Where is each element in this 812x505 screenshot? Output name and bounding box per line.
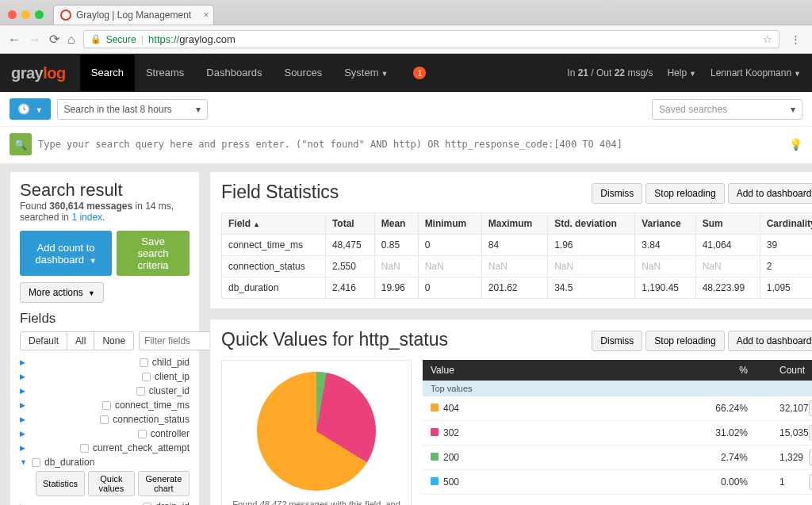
nav-dashboards[interactable]: Dashboards: [195, 55, 273, 92]
index-link[interactable]: 1 index: [71, 212, 102, 223]
nav-sources[interactable]: Sources: [273, 55, 333, 92]
maximize-window-icon[interactable]: [35, 10, 44, 19]
search-submit-button[interactable]: 🔍: [10, 133, 32, 155]
help-menu[interactable]: Help▼: [667, 67, 696, 78]
fields-tab-default[interactable]: Default: [20, 331, 67, 350]
url-field[interactable]: 🔒 Secure | https://graylog.com ☆: [83, 30, 779, 48]
field-generatechart-button[interactable]: Generate chart: [138, 471, 190, 496]
search-result-title: Search result: [20, 180, 190, 201]
dismiss-button[interactable]: Dismiss: [592, 331, 642, 351]
field-item: db_duration: [20, 455, 190, 469]
zoom-icon[interactable]: 🔍: [809, 425, 812, 441]
col-var[interactable]: Variance: [635, 213, 695, 235]
col-std[interactable]: Std. deviation: [548, 213, 635, 235]
fields-filter-input[interactable]: [139, 331, 218, 350]
field-checkbox[interactable]: [32, 458, 40, 467]
sidebar: Search result Found 360,614 messages in …: [10, 171, 200, 505]
browser-tab[interactable]: Graylog | Log Management ×: [53, 5, 214, 25]
nav-search[interactable]: Search: [80, 55, 135, 92]
tab-title: Graylog | Log Management: [76, 10, 191, 21]
time-range-select[interactable]: Search in the last 8 hours▾: [57, 99, 208, 120]
field-item: client_ip: [20, 369, 190, 384]
col-min[interactable]: Minimum: [418, 213, 481, 235]
browser-menu-icon[interactable]: ⋮: [787, 33, 804, 45]
field-checkbox[interactable]: [136, 387, 145, 396]
back-button[interactable]: ←: [8, 33, 21, 47]
reload-button[interactable]: ⟳: [49, 32, 59, 47]
field-checkbox[interactable]: [100, 415, 109, 424]
user-menu[interactable]: Lennart Koopmann▼: [710, 67, 801, 78]
collapse-icon[interactable]: [20, 458, 28, 466]
window-controls: [8, 10, 44, 19]
field-checkbox[interactable]: [142, 373, 151, 381]
col-max[interactable]: Maximum: [481, 213, 547, 235]
add-to-dashboard-button[interactable]: Add to dashboard ▼: [728, 183, 812, 204]
expand-icon[interactable]: [20, 373, 138, 381]
brand-logo[interactable]: graylog: [11, 64, 66, 82]
col-mean[interactable]: Mean: [374, 213, 418, 235]
zoom-icon[interactable]: 🔍: [809, 450, 812, 465]
field-checkbox[interactable]: [102, 401, 111, 410]
field-checkbox[interactable]: [140, 358, 148, 367]
field-statistics-title: Field Statistics: [221, 182, 339, 203]
fields-tab-none[interactable]: None: [94, 331, 134, 350]
col-count[interactable]: Count: [748, 365, 812, 376]
time-range-type-button[interactable]: 🕓 ▼: [10, 98, 51, 120]
field-checkbox[interactable]: [138, 430, 147, 438]
add-to-dashboard-button[interactable]: Add to dashboard ▼: [728, 331, 812, 351]
zoom-icon[interactable]: 🔍: [809, 474, 812, 490]
field-checkbox[interactable]: [143, 503, 151, 506]
qv-row: 40466.24%32,107🔍: [423, 396, 812, 421]
legend-swatch-icon: [431, 428, 439, 436]
hint-icon[interactable]: 💡: [789, 138, 802, 151]
zoom-icon[interactable]: 🔍: [809, 400, 812, 416]
close-tab-icon[interactable]: ×: [203, 10, 209, 21]
col-card[interactable]: Cardinality: [760, 213, 812, 235]
home-button[interactable]: ⌂: [67, 33, 75, 47]
close-window-icon[interactable]: [8, 10, 17, 19]
top-values-label: Top values: [423, 381, 812, 396]
search-query-input[interactable]: [38, 139, 783, 150]
field-quickvalues-button[interactable]: Quick values: [88, 471, 135, 496]
saved-searches-select[interactable]: Saved searches▾: [652, 99, 802, 120]
expand-icon[interactable]: [20, 444, 76, 452]
nav-notifications[interactable]: 1: [399, 55, 437, 92]
col-field[interactable]: Field▲: [222, 213, 326, 235]
dismiss-button[interactable]: Dismiss: [592, 183, 642, 204]
nav-system[interactable]: System▼: [333, 55, 399, 92]
col-total[interactable]: Total: [325, 213, 374, 235]
field-checkbox[interactable]: [80, 444, 89, 453]
table-row: db_duration2,41619.960201.6234.51,190.45…: [222, 277, 813, 299]
field-statistics-button[interactable]: Statistics: [36, 471, 85, 496]
col-sum[interactable]: Sum: [695, 213, 760, 235]
expand-icon[interactable]: [20, 430, 134, 438]
forward-button[interactable]: →: [29, 33, 41, 47]
stop-reloading-button[interactable]: Stop reloading: [645, 183, 724, 204]
expand-icon[interactable]: [20, 415, 96, 423]
legend-swatch-icon: [431, 404, 439, 411]
field-item: controller: [20, 427, 190, 441]
more-actions-button[interactable]: More actions ▼: [20, 282, 104, 303]
expand-icon[interactable]: [20, 387, 132, 395]
fields-tab-all[interactable]: All: [67, 331, 94, 350]
nav-streams[interactable]: Streams: [135, 55, 195, 92]
add-count-dashboard-button[interactable]: Add count to dashboard ▼: [20, 231, 112, 276]
legend-swatch-icon: [431, 477, 439, 485]
expand-icon[interactable]: [20, 358, 136, 366]
quick-values-table: Value % Count Top values 40466.24%32,107…: [423, 360, 812, 505]
qv-row: 30231.02%15,035🔍: [423, 421, 812, 446]
save-search-button[interactable]: Save search criteria: [117, 231, 190, 276]
bookmark-icon[interactable]: ☆: [763, 33, 772, 45]
field-statistics-panel: Field Statistics Dismiss Stop reloading …: [209, 171, 812, 309]
minimize-window-icon[interactable]: [21, 10, 30, 19]
col-percent[interactable]: %: [653, 365, 748, 376]
legend-swatch-icon: [431, 453, 439, 461]
favicon-icon: [60, 10, 71, 21]
expand-icon[interactable]: [20, 401, 98, 409]
stop-reloading-button[interactable]: Stop reloading: [645, 331, 724, 351]
field-item: connect_time_ms: [20, 398, 190, 412]
address-bar: ← → ⟳ ⌂ 🔒 Secure | https://graylog.com ☆…: [0, 25, 812, 53]
qv-row: 5000.00%1🔍: [423, 470, 812, 495]
col-value[interactable]: Value: [431, 365, 653, 376]
field-item: cluster_id: [20, 384, 190, 398]
